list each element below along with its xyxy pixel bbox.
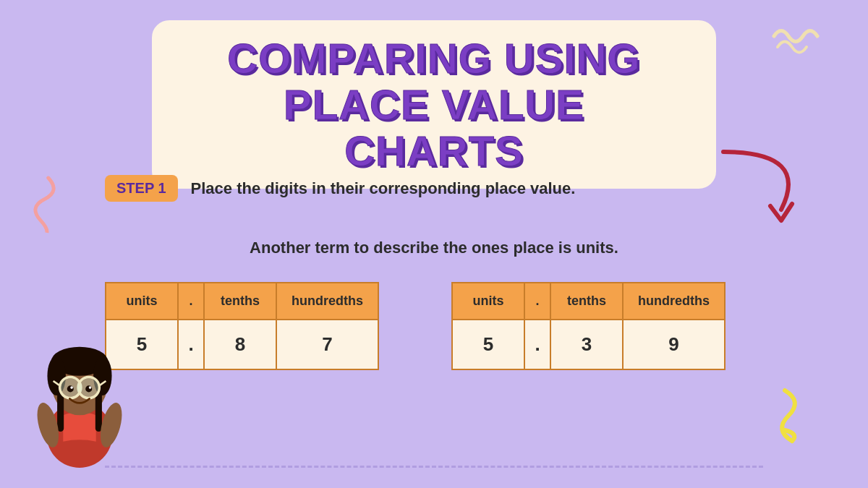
table1-cell-tenths: 8 [204,320,276,369]
character-illustration [14,323,145,468]
table2-cell-tenths: 3 [550,320,623,369]
table2-header-dot: . [524,283,550,320]
tables-container: units . tenths hundredths 5 . 8 7 units … [105,282,726,370]
title-line2: Place Value Charts [284,81,584,174]
svg-rect-7 [95,392,102,432]
table1-header-dot: . [178,283,204,320]
arrow-icon [709,145,810,234]
subtitle-text: Another term to describe the ones place … [250,239,618,257]
pink-squiggle-icon [17,171,67,240]
table1-cell-dot: . [178,320,204,369]
step-badge: Step 1 [105,175,178,202]
svg-point-17 [70,386,73,389]
table2: units . tenths hundredths 5 . 3 9 [451,282,726,370]
table2-cell-hundredths: 9 [623,320,725,369]
svg-point-16 [85,385,92,392]
dashed-divider [105,466,763,468]
svg-point-18 [89,386,92,389]
table2-cell-dot: . [524,320,550,369]
yellow-squiggle-icon [760,387,810,452]
table2-header-units: units [452,283,524,320]
table2-header-tenths: tenths [550,283,623,320]
table1: units . tenths hundredths 5 . 8 7 [105,282,379,370]
svg-rect-6 [57,392,64,432]
step-section: Step 1 Place the digits in their corresp… [105,175,575,202]
cream-squiggle-icon [767,22,825,62]
table2-header-hundredths: hundredths [623,283,725,320]
step-description: Place the digits in their corresponding … [191,179,576,198]
table1-cell-hundredths: 7 [276,320,378,369]
table1-header-units: units [106,283,178,320]
table2-cell-units: 5 [452,320,524,369]
title-line1: Comparing Using [227,35,640,82]
svg-point-15 [67,385,74,392]
table1-header-tenths: tenths [204,283,276,320]
page-title: Comparing Using Place Value Charts [197,35,671,174]
table1-header-hundredths: hundredths [276,283,378,320]
title-box: Comparing Using Place Value Charts [152,20,716,189]
